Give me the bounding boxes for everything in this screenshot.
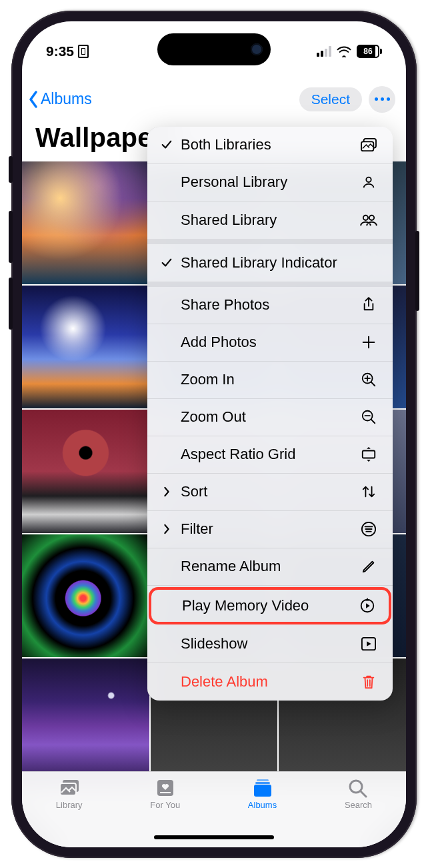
foryou-icon bbox=[153, 777, 177, 799]
checkmark-icon bbox=[155, 257, 178, 269]
menu-item-add-photos[interactable]: Add Photos bbox=[147, 324, 393, 362]
menu-item-rename-album[interactable]: Rename Album bbox=[147, 548, 393, 586]
albums-icon bbox=[251, 777, 275, 799]
nav-bar: Albums Select bbox=[22, 81, 406, 117]
menu-item-filter[interactable]: Filter bbox=[147, 511, 393, 548]
menu-item-zoom-in[interactable]: Zoom In bbox=[147, 362, 393, 399]
more-button[interactable] bbox=[369, 86, 395, 113]
menu-item-delete-album[interactable]: Delete Album bbox=[147, 663, 393, 701]
menu-item-slideshow[interactable]: Slideshow bbox=[147, 626, 393, 663]
menu-item-aspect-ratio[interactable]: Aspect Ratio Grid bbox=[147, 436, 393, 474]
sort-icon bbox=[358, 484, 379, 499]
photo-thumb[interactable] bbox=[22, 161, 149, 284]
search-icon bbox=[346, 777, 370, 799]
library-icon bbox=[57, 777, 81, 799]
svg-point-2 bbox=[366, 177, 371, 182]
people-icon bbox=[358, 213, 379, 227]
photo-thumb[interactable] bbox=[22, 410, 149, 532]
photo-thumb[interactable] bbox=[22, 286, 149, 408]
wifi-icon bbox=[337, 45, 351, 57]
photo-stack-icon bbox=[358, 137, 379, 152]
svg-rect-17 bbox=[254, 785, 271, 797]
zoom-out-icon bbox=[358, 409, 379, 425]
menu-item-both-libraries[interactable]: Both Libraries bbox=[147, 127, 393, 164]
menu-item-play-memory-video[interactable]: Play Memory Video bbox=[149, 587, 391, 624]
menu-item-share-photos[interactable]: Share Photos bbox=[147, 287, 393, 324]
checkmark-icon bbox=[155, 139, 178, 151]
photo-thumb[interactable] bbox=[22, 534, 149, 657]
zoom-in-icon bbox=[358, 372, 379, 388]
menu-item-personal-library[interactable]: Personal Library bbox=[147, 164, 393, 201]
svg-rect-7 bbox=[363, 450, 375, 458]
status-time: 9:35 bbox=[46, 43, 74, 59]
home-indicator[interactable] bbox=[154, 835, 274, 839]
tab-albums[interactable]: Albums bbox=[248, 777, 277, 810]
memory-icon bbox=[357, 597, 378, 614]
svg-rect-14 bbox=[160, 792, 171, 793]
context-menu: Both Libraries Personal Library Shared L… bbox=[147, 127, 393, 701]
back-label: Albums bbox=[41, 90, 92, 108]
menu-item-shared-indicator[interactable]: Shared Library Indicator bbox=[147, 244, 393, 282]
menu-item-zoom-out[interactable]: Zoom Out bbox=[147, 399, 393, 436]
slideshow-icon bbox=[358, 636, 379, 651]
aspect-icon bbox=[358, 446, 379, 462]
back-button[interactable]: Albums bbox=[26, 89, 92, 109]
chevron-right-icon bbox=[155, 524, 178, 534]
menu-item-shared-library[interactable]: Shared Library bbox=[147, 201, 393, 239]
ellipsis-icon bbox=[375, 97, 390, 101]
trash-icon bbox=[358, 674, 379, 690]
dynamic-island bbox=[157, 33, 271, 65]
svg-point-4 bbox=[369, 215, 374, 220]
tab-search[interactable]: Search bbox=[345, 777, 372, 810]
pencil-icon bbox=[358, 559, 379, 574]
menu-item-sort[interactable]: Sort bbox=[147, 474, 393, 511]
tab-for-you[interactable]: For You bbox=[150, 777, 180, 810]
svg-rect-15 bbox=[257, 779, 269, 781]
svg-rect-16 bbox=[255, 782, 270, 784]
tab-library[interactable]: Library bbox=[56, 777, 83, 810]
photo-thumb[interactable] bbox=[22, 659, 149, 781]
share-icon bbox=[358, 297, 379, 313]
person-icon bbox=[358, 175, 379, 189]
chevron-right-icon bbox=[155, 486, 178, 497]
battery-icon: 86 bbox=[357, 45, 382, 58]
plus-icon bbox=[358, 335, 379, 350]
cellular-icon bbox=[317, 46, 331, 57]
select-button[interactable]: Select bbox=[299, 87, 362, 111]
filter-icon bbox=[358, 521, 379, 537]
svg-point-3 bbox=[363, 215, 368, 220]
sim-icon bbox=[78, 45, 89, 58]
